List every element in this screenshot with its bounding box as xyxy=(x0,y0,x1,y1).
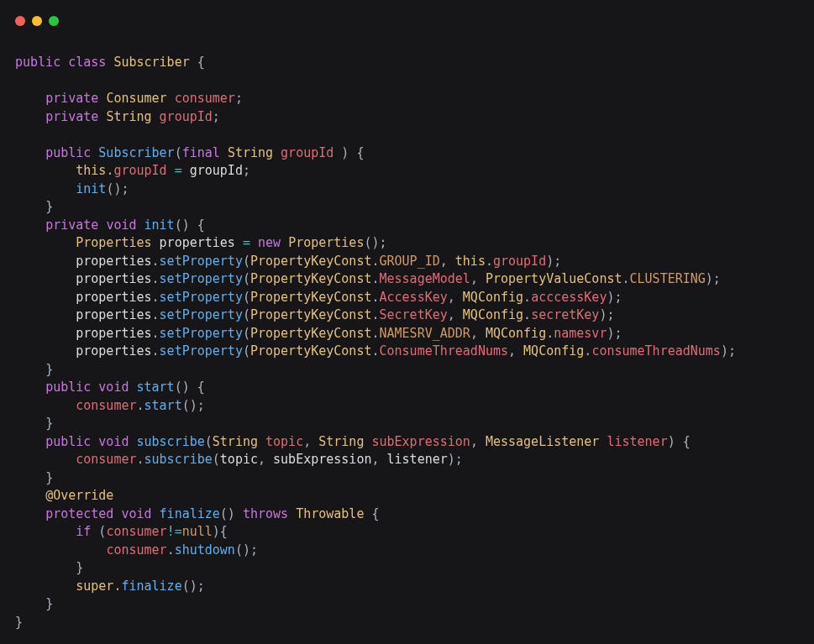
token-punct: . xyxy=(152,326,160,341)
token-kw-mod: final xyxy=(182,145,220,160)
token-field: SecretKey xyxy=(380,307,448,322)
token-plain xyxy=(137,217,144,233)
token-punct: ); xyxy=(706,271,721,286)
token-punct: . xyxy=(152,271,160,286)
token-method: setProperty xyxy=(160,290,243,305)
code-line: } xyxy=(15,469,799,488)
token-type: Throwable xyxy=(296,506,364,521)
code-line: properties.setProperty(PropertyKeyConst.… xyxy=(15,270,799,289)
token-punct: , xyxy=(448,290,463,305)
code-line: private void init() { xyxy=(15,217,799,235)
token-plain xyxy=(273,145,281,160)
token-type: PropertyKeyConst xyxy=(250,343,372,359)
token-plain xyxy=(15,307,76,322)
token-plain xyxy=(250,235,258,250)
code-area[interactable]: public class Subscriber { private Consum… xyxy=(0,39,814,631)
token-punct: . xyxy=(152,307,160,322)
token-field: consumer xyxy=(76,452,136,467)
token-localvar: properties xyxy=(76,307,151,322)
token-plain xyxy=(167,91,175,106)
token-method: finalize xyxy=(121,579,181,594)
close-icon[interactable] xyxy=(15,16,25,26)
token-op: != xyxy=(167,524,182,539)
token-plain xyxy=(281,235,288,250)
token-punct: , xyxy=(470,271,486,286)
token-type: PropertyKeyConst xyxy=(250,271,372,286)
token-plain xyxy=(675,434,683,449)
token-punct: (); xyxy=(235,542,258,558)
token-plain xyxy=(91,524,98,539)
token-kw-ctrl: if xyxy=(76,524,91,539)
token-punct: , xyxy=(470,434,486,449)
token-kw-super: super xyxy=(76,579,113,594)
token-punct: ) xyxy=(668,434,675,449)
token-plain xyxy=(152,109,160,124)
token-plain xyxy=(15,217,45,233)
token-punct: . xyxy=(546,326,554,341)
token-plain xyxy=(15,91,45,106)
token-method: init xyxy=(144,217,175,233)
token-kw-mod: private xyxy=(45,91,98,106)
token-punct: ; xyxy=(235,91,243,106)
token-punct: (); xyxy=(106,181,129,196)
token-field: consumer xyxy=(106,524,166,539)
token-plain xyxy=(152,235,160,250)
token-punct: } xyxy=(45,199,53,214)
token-param: groupId xyxy=(281,145,333,160)
token-punct: } xyxy=(45,596,53,611)
token-kw-mod: private xyxy=(45,109,98,124)
token-type: PropertyValueConst xyxy=(486,271,622,286)
token-punct: { xyxy=(356,145,364,160)
token-plain xyxy=(15,398,76,413)
token-punct: ); xyxy=(448,452,463,467)
minimize-icon[interactable] xyxy=(32,16,42,26)
token-punct: . xyxy=(152,254,160,269)
code-line: } xyxy=(15,415,799,433)
token-plain xyxy=(15,271,76,286)
token-plain xyxy=(190,55,197,70)
token-method: shutdown xyxy=(175,542,235,558)
token-localvar: properties xyxy=(76,271,151,286)
code-line: } xyxy=(15,614,799,632)
editor-window: public class Subscriber { private Consum… xyxy=(0,0,814,644)
code-line: properties.setProperty(PropertyKeyConst.… xyxy=(15,253,799,271)
token-punct: . xyxy=(371,326,379,341)
token-plain xyxy=(15,452,76,467)
token-anno: @Override xyxy=(45,488,113,503)
token-plain xyxy=(91,145,98,160)
token-type: MQConfig xyxy=(486,326,546,341)
token-punct: , xyxy=(508,343,523,359)
window-titlebar xyxy=(0,0,814,39)
token-method: setProperty xyxy=(160,343,243,359)
token-plain xyxy=(15,560,76,575)
token-plain xyxy=(182,163,190,178)
code-line: consumer.shutdown(); xyxy=(15,542,799,560)
token-localvar: properties xyxy=(76,254,151,269)
token-method: finalize xyxy=(160,506,220,521)
token-punct: . xyxy=(371,343,379,359)
token-punct: ); xyxy=(607,326,622,341)
token-type: PropertyKeyConst xyxy=(250,307,372,322)
code-line: this.groupId = groupId; xyxy=(15,162,799,181)
token-plain xyxy=(167,163,175,178)
token-plain xyxy=(91,380,98,395)
token-plain xyxy=(235,506,243,521)
token-method: init xyxy=(76,181,106,196)
token-punct: ); xyxy=(546,254,561,269)
token-type: MessageListener xyxy=(486,434,599,449)
code-line: super.finalize(); xyxy=(15,578,799,596)
token-plain xyxy=(15,542,106,558)
token-localvar: properties xyxy=(76,326,151,341)
code-line: consumer.start(); xyxy=(15,397,799,416)
maximize-icon[interactable] xyxy=(49,16,59,26)
token-plain xyxy=(152,506,160,521)
token-punct: . xyxy=(152,290,160,305)
token-punct: (); xyxy=(182,579,205,594)
token-plain xyxy=(15,235,76,250)
token-punct: ( xyxy=(243,271,250,286)
token-plain xyxy=(15,326,76,341)
token-kw-mod: public xyxy=(45,380,91,395)
token-punct: } xyxy=(45,470,53,485)
code-line: properties.setProperty(PropertyKeyConst.… xyxy=(15,325,799,343)
token-type: Consumer xyxy=(106,91,166,106)
